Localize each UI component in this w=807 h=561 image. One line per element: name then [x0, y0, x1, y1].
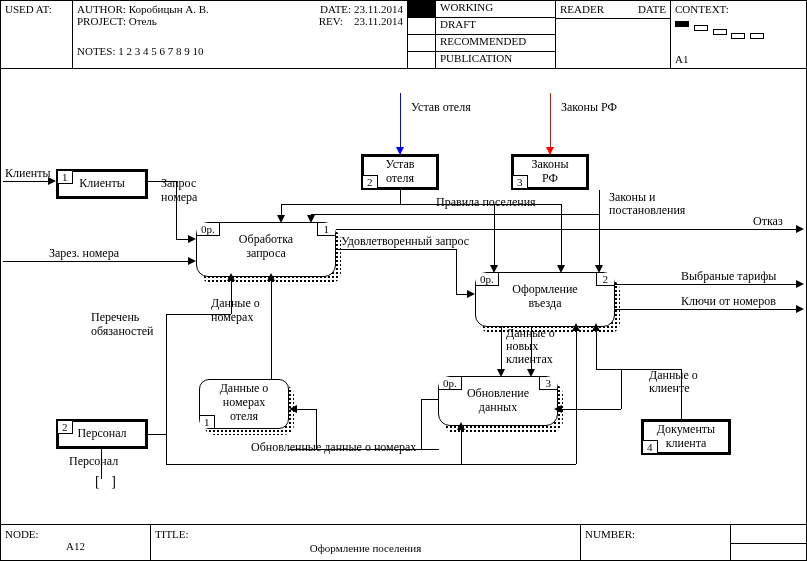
- activity-3-num: 3: [539, 377, 558, 390]
- hdr-date: 23.11.2014: [354, 3, 403, 15]
- hdr-author: Коробицын А. В.: [129, 3, 209, 15]
- label-zak-post-l2: постановления: [609, 204, 685, 217]
- datastore-rooms-l2: номерах: [200, 396, 288, 410]
- hdr-project-label: PROJECT:: [77, 15, 126, 27]
- activity-1: 0р. 1 Обработка запроса: [196, 222, 336, 277]
- label-personal: Персонал: [69, 455, 118, 468]
- label-perechen-l1: Перечень: [91, 311, 139, 324]
- hdr-rev-label: REV:: [319, 15, 343, 27]
- diagram-canvas: 1 Клиенты 2 Персонал 2 Устав отеля 3 Зак…: [1, 69, 806, 524]
- ext-zakony: 3 Законы РФ: [511, 154, 589, 190]
- activity-3-l2: данных: [439, 401, 557, 415]
- ext-ustav-l1: Устав: [367, 158, 433, 172]
- datastore-rooms-l1: Данные о: [200, 382, 288, 396]
- label-obnov: Обновленные данные о номерах: [251, 441, 416, 454]
- label-clients-in: Клиенты: [5, 167, 50, 180]
- ftr-title: Оформление поселения: [155, 540, 576, 554]
- activity-2-num: 2: [596, 273, 615, 286]
- hdr-reader-date: DATE: [638, 3, 666, 15]
- hdr-used-at: USED AT:: [1, 1, 73, 69]
- activity-2-op: 0р.: [476, 273, 499, 286]
- ftr-node: A12: [5, 540, 146, 552]
- ftr-title-label: TITLE:: [155, 528, 189, 540]
- footer: NODE: A12 TITLE: Оформление поселения NU…: [1, 524, 806, 560]
- ext-personal-num: 2: [58, 421, 73, 434]
- header: USED AT: AUTHOR: Коробицын А. В. DATE: 2…: [1, 1, 806, 69]
- ext-ustav: 2 Устав отеля: [361, 154, 439, 190]
- ftr-number-cell: NUMBER:: [581, 525, 731, 561]
- idef0-frame: USED AT: AUTHOR: Коробицын А. В. DATE: 2…: [0, 0, 807, 561]
- label-dan-nom-l2: номерах: [211, 311, 253, 324]
- label-ustav-top: Устав отеля: [411, 101, 471, 114]
- tunnel-bracket: [ ]: [95, 474, 120, 490]
- hdr-rev: 23.11.2014: [354, 15, 403, 27]
- label-perechen-l2: обязаностей: [91, 325, 153, 338]
- label-zapros: Запрос: [161, 177, 196, 190]
- ftr-title-cell: TITLE: Оформление поселения: [151, 525, 581, 561]
- activity-2: 0р. 2 Оформление въезда: [475, 272, 615, 327]
- hdr-context-label: CONTEXT:: [675, 3, 802, 15]
- status-box-working: [408, 1, 436, 17]
- label-otkaz: Отказ: [753, 215, 783, 228]
- ftr-node-cell: NODE: A12: [1, 525, 151, 561]
- hdr-project: Отель: [129, 15, 157, 27]
- status-box-recommended: [408, 35, 436, 51]
- hdr-date-label: DATE:: [320, 3, 351, 15]
- label-zakony-top: Законы РФ: [561, 101, 617, 114]
- status-recommended: RECOMMENDED: [436, 35, 526, 51]
- activity-3: 0р. 3 Обновление данных: [438, 376, 558, 426]
- hdr-notes-label: NOTES:: [77, 45, 116, 57]
- ext-docs: 4 Документы клиента: [641, 419, 731, 455]
- ext-clients-num: 1: [58, 171, 73, 184]
- ext-docs-l1: Документы: [647, 423, 725, 437]
- label-nomera: номера: [161, 191, 197, 204]
- hdr-author-label: AUTHOR:: [77, 3, 126, 15]
- hdr-context-ref: A1: [675, 53, 688, 65]
- activity-1-l2: запроса: [197, 247, 335, 261]
- ext-personal: 2 Персонал: [56, 419, 148, 449]
- datastore-rooms: 1 Данные о номерах отеля: [199, 379, 289, 429]
- label-zarez: Зарез. номера: [49, 247, 119, 260]
- ext-docs-l2: клиента: [647, 437, 725, 451]
- status-draft: DRAFT: [436, 18, 476, 34]
- context-bars: [675, 19, 802, 39]
- label-udov: Удовлетворенный запрос: [341, 235, 469, 248]
- hdr-notes: 1 2 3 4 5 6 7 8 9 10: [118, 45, 203, 57]
- label-dan-klient-l2: клиенте: [649, 382, 690, 395]
- activity-1-num: 1: [317, 223, 336, 236]
- label-tarify: Выбраные тарифы: [681, 270, 776, 283]
- label-pravila: Правила поселения: [436, 196, 536, 209]
- hdr-reader-block: READER DATE: [556, 1, 671, 69]
- label-dan-nom-l1: Данные о: [211, 297, 260, 310]
- label-dan-new-l3: клиентах: [506, 353, 553, 366]
- activity-1-op: 0р.: [197, 223, 220, 236]
- ext-zakony-l1: Законы: [517, 158, 583, 172]
- hdr-status-column: WORKING DRAFT RECOMMENDED PUBLICATION: [408, 1, 556, 69]
- ftr-number-label: NUMBER:: [585, 528, 635, 540]
- ext-docs-num: 4: [643, 440, 658, 453]
- status-box-publication: [408, 52, 436, 69]
- activity-2-l2: въезда: [476, 297, 614, 311]
- ftr-extra-cell: [731, 525, 806, 561]
- ftr-node-label: NODE:: [5, 528, 146, 540]
- ext-clients: 1 Клиенты: [56, 169, 148, 199]
- status-working: WORKING: [436, 1, 493, 17]
- status-publication: PUBLICATION: [436, 52, 512, 69]
- hdr-author-block: AUTHOR: Коробицын А. В. DATE: 23.11.2014…: [73, 1, 408, 69]
- hdr-context-block: CONTEXT: A1: [671, 1, 806, 69]
- hdr-reader: READER: [560, 3, 604, 15]
- ext-zakony-num: 3: [513, 175, 528, 188]
- activity-3-op: 0р.: [439, 377, 462, 390]
- datastore-rooms-num: 1: [200, 415, 215, 428]
- status-box-draft: [408, 18, 436, 34]
- label-kluchi: Ключи от номеров: [681, 295, 776, 308]
- ext-ustav-num: 2: [363, 175, 378, 188]
